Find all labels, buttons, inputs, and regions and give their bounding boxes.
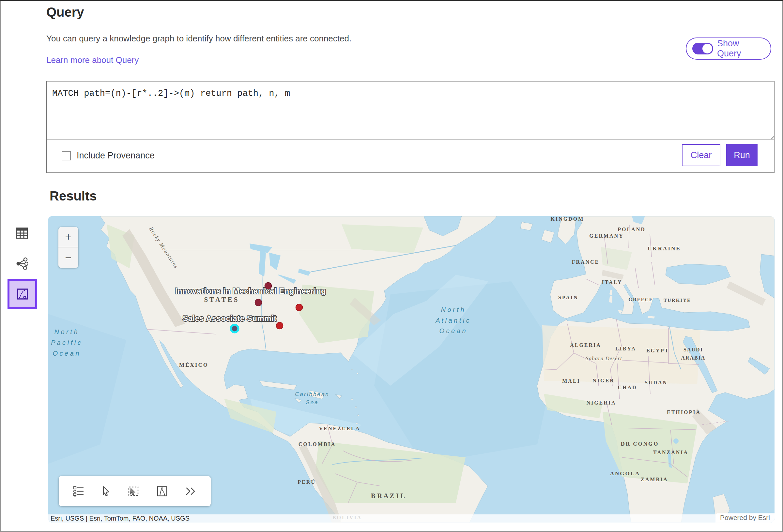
- legend-list-button[interactable]: [73, 486, 84, 497]
- zoom-out-button[interactable]: −: [58, 247, 78, 268]
- show-query-toggle[interactable]: Show Query: [686, 37, 771, 60]
- atlantic-ocean-label: A t l a n t i c: [435, 317, 469, 324]
- page-description: You can query a knowledge graph to ident…: [46, 34, 351, 44]
- country-label-angola: ANGOLA: [610, 470, 640, 476]
- country-label-niger: NIGER: [592, 378, 614, 384]
- double-chevron-right-icon: [185, 487, 196, 496]
- map-toolbar: [59, 476, 211, 506]
- pacific-ocean-label: N o r t h: [54, 328, 77, 335]
- country-label-brazil: B R A Z I L: [371, 492, 405, 500]
- atlantic-ocean-label: O c e a n: [439, 327, 466, 334]
- event-label-sales-summit: Sales Associate Summit: [183, 314, 277, 323]
- caribbean-sea-label: Caribbean: [295, 391, 329, 397]
- country-label-algeria: ALGERIA: [570, 342, 601, 348]
- map-attribution-bar: Esri, USGS | Esri, TomTom, FAO, NOAA, US…: [48, 514, 775, 523]
- select-by-rectangle-button[interactable]: [128, 486, 139, 497]
- country-label-poland: POLAND: [618, 227, 646, 232]
- atlantic-ocean-label: N o r t h: [441, 306, 464, 313]
- pointer-icon: [101, 486, 111, 496]
- sahara-desert-label: Sahara Desert: [586, 355, 622, 362]
- event-label-innovations: Innovations in Mechanical Engineering: [175, 287, 326, 295]
- country-label-greece: GREECE: [628, 297, 653, 302]
- country-label-saudi-arabia: ARABIA: [681, 355, 706, 361]
- attribution-text: Esri, USGS | Esri, TomTom, FAO, NOAA, US…: [48, 515, 190, 522]
- event-point[interactable]: [296, 304, 303, 311]
- query-panel: MATCH path=(n)-[r*..2]->(m) return path,…: [46, 81, 775, 173]
- expand-tools-button[interactable]: [185, 487, 196, 496]
- link-chart-view-button[interactable]: [15, 256, 29, 271]
- pacific-ocean-label: P a c i f i c: [51, 339, 81, 346]
- results-title: Results: [50, 189, 97, 203]
- query-page: Query You can query a knowledge graph to…: [0, 0, 783, 532]
- table-view-button[interactable]: [15, 226, 29, 240]
- powered-by-esri: Powered by Esri: [716, 513, 775, 523]
- show-query-label: Show Query: [717, 38, 765, 59]
- country-label-chad: CHAD: [618, 385, 637, 390]
- country-label-venezuela: VENEZUELA: [319, 426, 361, 431]
- learn-more-link[interactable]: Learn more about Query: [46, 55, 139, 65]
- page-title: Query: [46, 5, 84, 20]
- pointer-button[interactable]: [101, 486, 111, 496]
- event-point[interactable]: [276, 322, 283, 329]
- country-label-ukraine: UKRAINE: [648, 245, 681, 252]
- zoom-control: + −: [58, 227, 78, 268]
- country-label-states: S T A T E S: [204, 296, 238, 303]
- include-provenance-checkbox[interactable]: [62, 151, 71, 160]
- run-button[interactable]: Run: [726, 144, 757, 166]
- query-input[interactable]: MATCH path=(n)-[r*..2]->(m) return path,…: [47, 81, 774, 139]
- country-label-kingdom: KINGDOM: [551, 216, 584, 222]
- include-provenance-label: Include Provenance: [77, 151, 155, 161]
- country-label-france: FRANCE: [572, 259, 600, 265]
- caribbean-sea-label: Sea: [306, 399, 318, 405]
- map-icon: [17, 289, 28, 300]
- table-icon: [16, 228, 28, 239]
- link-chart-icon: [15, 257, 28, 270]
- event-point[interactable]: [255, 299, 262, 306]
- country-label-dr-congo: DR CONGO: [621, 441, 659, 447]
- country-label-germany: GERMANY: [589, 233, 623, 239]
- country-label-peru: PERÚ: [297, 479, 316, 485]
- country-label-tanzania: TANZANIA: [653, 450, 688, 455]
- country-label-mali: MALI: [562, 378, 581, 384]
- country-label-nigeria: NIGERIA: [586, 400, 616, 405]
- legend-list-icon: [73, 486, 84, 497]
- country-label-turkiye: TÜRKIYE: [664, 298, 691, 303]
- select-by-polygon-button[interactable]: [157, 486, 168, 497]
- country-label-italy: ITALY: [602, 279, 622, 285]
- clear-button[interactable]: Clear: [682, 144, 720, 166]
- country-label-ethiopia: ETHIOPIA: [667, 409, 701, 415]
- select-by-polygon-icon: [157, 486, 168, 497]
- zoom-in-button[interactable]: +: [58, 227, 78, 247]
- country-label-sudan: SUDAN: [645, 380, 667, 385]
- event-point-selected[interactable]: [230, 324, 240, 333]
- map-view-button-selected[interactable]: [7, 279, 37, 309]
- country-label-mexico: MÉXICO: [179, 362, 209, 368]
- toggle-switch-icon[interactable]: [692, 43, 713, 55]
- results-map[interactable]: N o r t h P a c i f i c O c e a n N o r …: [48, 216, 775, 523]
- country-label-saudi-arabia: SAUDI: [684, 347, 703, 353]
- country-label-libya: LIBYA: [615, 346, 636, 352]
- pacific-ocean-label: O c e a n: [53, 350, 79, 357]
- country-label-zambia: ZAMBIA: [641, 476, 668, 482]
- country-label-colombia: COLOMBIA: [299, 441, 336, 447]
- country-label-spain: SPAIN: [558, 295, 578, 300]
- country-label-egypt: EGYPT: [646, 348, 669, 353]
- select-by-rectangle-icon: [128, 486, 139, 497]
